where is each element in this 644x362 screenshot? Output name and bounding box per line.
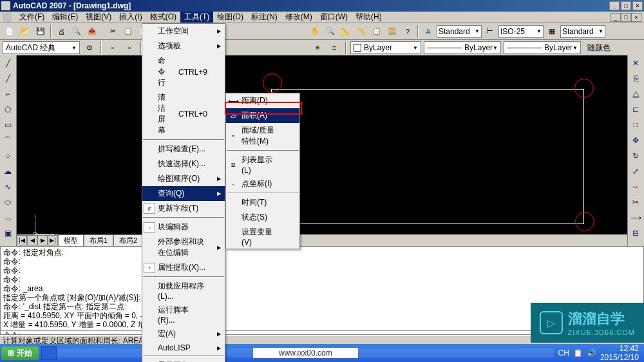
- submenu-item-setvar[interactable]: 设置变量(V): [226, 225, 299, 249]
- lang-indicator[interactable]: CH: [558, 348, 569, 357]
- textstyle-icon[interactable]: A: [421, 24, 435, 39]
- menu-item-updatefield[interactable]: #更新字段(T): [142, 201, 225, 216]
- lineweight-select[interactable]: ByLayer: [504, 41, 581, 54]
- menu-window[interactable]: 窗口(W): [316, 12, 352, 23]
- menu-item-qselect[interactable]: 快速选择(K)...: [142, 157, 225, 171]
- doc-minimize-button[interactable]: _: [611, 13, 621, 22]
- polygon-icon[interactable]: ⬠: [0, 102, 15, 117]
- tray-icon[interactable]: 🔊: [587, 348, 596, 357]
- start-button[interactable]: ⊞开始: [1, 347, 39, 360]
- doc-close-button[interactable]: ×: [631, 13, 641, 22]
- calc-icon[interactable]: 🧮: [385, 24, 399, 39]
- tab-model[interactable]: 模型: [58, 234, 84, 247]
- doc-maximize-button[interactable]: □: [621, 13, 631, 22]
- tab-prev-button[interactable]: ◀: [27, 235, 37, 245]
- menu-format[interactable]: 格式(O): [146, 12, 180, 23]
- menu-file[interactable]: 文件(F): [15, 12, 48, 23]
- submenu-item-time[interactable]: 时间(T): [226, 195, 299, 210]
- tablestyle-icon[interactable]: ▦: [545, 24, 559, 39]
- drawing-canvas[interactable]: Y X |◀ ◀ ▶ ▶| 模型 布局1 布局2: [17, 55, 627, 246]
- menu-item-palettes[interactable]: 选项板: [142, 39, 225, 53]
- menu-item-cleanscreen[interactable]: 清洁屏幕CTRL+0: [142, 90, 225, 138]
- revcloud-icon[interactable]: ☁: [0, 164, 15, 179]
- menu-item-workspace[interactable]: 工作空间: [142, 24, 225, 39]
- menu-edit[interactable]: 编辑(E): [48, 12, 82, 23]
- layeroff-icon[interactable]: ☀: [310, 41, 325, 55]
- mirror-icon[interactable]: ⧋: [628, 86, 643, 102]
- menu-tools[interactable]: 工具(T): [180, 12, 213, 23]
- textstyle-select[interactable]: Standard: [437, 25, 482, 38]
- tab-last-button[interactable]: ▶|: [48, 235, 58, 245]
- array-icon[interactable]: ∷: [628, 117, 643, 133]
- menu-insert[interactable]: 插入(I): [115, 12, 146, 23]
- line-icon[interactable]: ╱: [0, 55, 15, 71]
- break-icon[interactable]: ⊟: [628, 225, 643, 241]
- workspace-select[interactable]: AutoCAD 经典: [3, 41, 80, 54]
- xline-icon[interactable]: ╱: [0, 71, 15, 86]
- polyline-icon[interactable]: ⌐: [0, 86, 15, 102]
- menu-item-appload[interactable]: 加载应用程序(L)...: [142, 279, 225, 303]
- tab-layout1[interactable]: 布局1: [84, 234, 113, 247]
- tool-b-icon[interactable]: ▫: [122, 41, 137, 55]
- cut-icon[interactable]: ✂: [106, 24, 120, 39]
- menu-item-macro[interactable]: 宏(A): [142, 327, 225, 341]
- erase-icon[interactable]: ✕: [628, 55, 643, 71]
- menu-item-spell[interactable]: 拼写检查(E)...: [142, 142, 225, 157]
- copy-tool-icon[interactable]: ⎘: [628, 71, 643, 86]
- open-icon[interactable]: 📂: [18, 24, 32, 39]
- menu-view[interactable]: 视图(V): [82, 12, 115, 23]
- menu-help[interactable]: 帮助(H): [352, 12, 386, 23]
- close-button[interactable]: ×: [632, 1, 643, 10]
- menu-item-autolisp[interactable]: AutoLISP: [142, 341, 225, 354]
- menu-item-script[interactable]: 运行脚本(R)...: [142, 303, 225, 327]
- arc-icon[interactable]: ⌒: [0, 133, 15, 148]
- color-button[interactable]: 随颜色: [583, 41, 614, 55]
- tablestyle-select[interactable]: Standard: [560, 25, 605, 38]
- pan-icon[interactable]: ✋: [308, 24, 322, 39]
- arc2-icon[interactable]: ⌓: [0, 210, 15, 225]
- tray-icon[interactable]: 📋: [573, 348, 583, 357]
- tool2-icon[interactable]: 📏: [354, 24, 368, 39]
- new-icon[interactable]: 📄: [3, 24, 17, 39]
- linetype-select[interactable]: ByLayer: [424, 41, 501, 54]
- publish-icon[interactable]: 📤: [85, 24, 99, 39]
- clock-time[interactable]: 12:42: [600, 344, 639, 353]
- stretch-icon[interactable]: ↔: [628, 179, 643, 195]
- insert-icon[interactable]: ▣: [0, 225, 15, 241]
- zoom-icon[interactable]: 🔍: [323, 24, 337, 39]
- dimstyle-select[interactable]: ISO-25: [498, 25, 544, 38]
- submenu-item-id[interactable]: ·点坐标(I): [226, 176, 299, 191]
- ellipse-icon[interactable]: ⬭: [0, 195, 15, 210]
- dimstyle-icon[interactable]: ⊢: [483, 24, 497, 39]
- trim-icon[interactable]: ✂: [628, 195, 643, 210]
- save-icon[interactable]: 💾: [33, 24, 48, 39]
- scale-icon[interactable]: ⤢: [628, 164, 643, 179]
- menu-item-inquiry[interactable]: 查询(Q): [142, 186, 225, 201]
- tab-next-button[interactable]: ▶: [37, 235, 48, 245]
- minimize-button[interactable]: _: [609, 1, 620, 10]
- spline-icon[interactable]: ∿: [0, 179, 15, 195]
- print-icon[interactable]: 🖨: [54, 24, 68, 39]
- menu-draw[interactable]: 绘图(D): [213, 12, 247, 23]
- layer-color-select[interactable]: ByLayer: [350, 41, 421, 54]
- task-item-autocad[interactable]: [41, 346, 57, 360]
- circle-icon[interactable]: ○: [0, 148, 15, 164]
- preview-icon[interactable]: 🔍: [70, 24, 84, 39]
- copy-icon[interactable]: 📋: [121, 24, 135, 39]
- submenu-item-list[interactable]: ≡列表显示(L): [226, 153, 299, 176]
- layers-icon[interactable]: ≡: [327, 41, 341, 55]
- rotate-icon[interactable]: ↻: [628, 148, 643, 164]
- submenu-item-dist[interactable]: ⟷距离(D): [226, 93, 299, 108]
- menu-item-image[interactable]: 显示图像(Y): [142, 358, 225, 362]
- menu-item-bedit[interactable]: ▫块编辑器: [142, 220, 225, 234]
- submenu-item-status[interactable]: 状态(S): [226, 210, 299, 225]
- extend-icon[interactable]: ⟶: [628, 210, 643, 225]
- tab-layout2[interactable]: 布局2: [113, 234, 143, 247]
- submenu-item-massprop[interactable]: ▫面域/质量特性(M): [226, 123, 299, 149]
- move-icon[interactable]: ✥: [628, 133, 643, 148]
- tab-first-button[interactable]: |◀: [17, 235, 27, 245]
- menu-dimension[interactable]: 标注(N): [247, 12, 281, 23]
- rectangle-icon[interactable]: ▭: [0, 117, 15, 133]
- menu-item-xref[interactable]: 外部参照和块在位编辑: [142, 234, 225, 260]
- menu-item-attext[interactable]: ▫属性提取(X)...: [142, 260, 225, 275]
